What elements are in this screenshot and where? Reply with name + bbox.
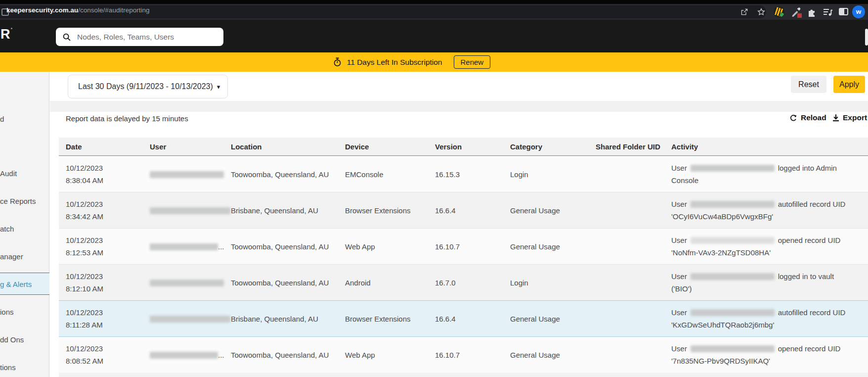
redacted-user-email xyxy=(691,237,775,244)
reload-icon xyxy=(789,114,798,122)
cell-activity: Userautofilled record UID 'KxGDwSeUhdTQR… xyxy=(671,306,847,331)
col-header-version[interactable]: Version xyxy=(435,142,510,151)
col-header-category[interactable]: Category xyxy=(510,142,596,151)
search-icon xyxy=(62,33,71,42)
reload-button[interactable]: Reload xyxy=(789,113,826,122)
cell-user: ... xyxy=(150,351,231,359)
reload-label: Reload xyxy=(801,113,826,122)
audit-report-table: Date User Location Device Version Catego… xyxy=(59,138,868,373)
redacted-user-email xyxy=(150,171,224,178)
cell-category: General Usage xyxy=(510,315,596,323)
sidebar-item-reporting-alerts-selected[interactable]: g & Alerts xyxy=(0,273,49,295)
cell-user: ... xyxy=(150,242,231,251)
apply-button[interactable]: Apply xyxy=(833,76,865,93)
cell-location: Toowoomba, Queensland, AU xyxy=(231,351,345,359)
share-icon[interactable] xyxy=(740,7,749,16)
redacted-user-email xyxy=(150,352,218,359)
profile-avatar[interactable]: w xyxy=(852,5,865,18)
cell-device: Web App xyxy=(345,351,435,359)
table-row[interactable]: 10/12/20238:38:04 AM Toowoomba, Queensla… xyxy=(59,156,868,192)
cell-activity: Userlogged into Admin Console xyxy=(671,162,847,187)
sidebar-item-breachwatch[interactable]: atch xyxy=(0,218,49,240)
cell-device: Browser Extensions xyxy=(345,206,435,215)
cell-device: EMConsole xyxy=(345,170,435,179)
export-label: Export xyxy=(843,113,867,122)
reading-list-icon[interactable] xyxy=(822,6,833,17)
url-text[interactable]: keepersecurity.com.au/console/#auditrepo… xyxy=(6,4,149,17)
cell-category: General Usage xyxy=(510,242,596,251)
col-header-user[interactable]: User xyxy=(150,142,231,151)
sidebar-item-0[interactable]: d xyxy=(0,108,49,130)
console-search-box[interactable] xyxy=(56,28,223,46)
scrollbar-thumb[interactable] xyxy=(865,29,868,46)
cell-category: General Usage xyxy=(510,206,596,215)
side-panel-icon[interactable] xyxy=(839,6,850,17)
cell-activity: Useropened record UID '7n835NG-Pbv9QRDSy… xyxy=(671,342,847,367)
timer-icon xyxy=(333,57,342,67)
bookmark-star-icon[interactable] xyxy=(757,7,766,16)
cell-device: Android xyxy=(345,279,435,287)
cell-date: 10/12/20238:08:52 AM xyxy=(66,342,150,367)
table-header-row: Date User Location Device Version Catego… xyxy=(59,138,868,156)
cell-activity: Userlogged in to vault ('BIO') xyxy=(671,270,847,295)
reset-button[interactable]: Reset xyxy=(791,76,826,93)
date-range-dropdown[interactable]: Last 30 Days (9/11/2023 - 10/13/2023) ▾ xyxy=(68,75,228,98)
table-row-highlighted[interactable]: 10/12/20238:11:28 AM Brisbane, Queenslan… xyxy=(59,300,868,336)
cell-location: Toowoomba, Queensland, AU xyxy=(231,279,345,287)
cell-date: 10/12/20238:34:42 AM xyxy=(66,198,150,223)
keeper-extension-icon[interactable] xyxy=(774,6,784,17)
cell-location: Brisbane, Queensland, AU xyxy=(231,315,345,323)
section-divider xyxy=(50,101,868,112)
browser-toolbar: keepersecurity.com.au/console/#auditrepo… xyxy=(0,4,868,20)
table-row[interactable]: 10/12/20238:12:53 AM ... Toowoomba, Quee… xyxy=(59,228,868,264)
keeper-extension-status-dot xyxy=(780,12,784,17)
col-header-shared-folder-uid[interactable]: Shared Folder UID xyxy=(596,142,671,151)
sidebar-item-manager[interactable]: anager xyxy=(0,246,49,268)
sidebar-item-8[interactable]: tions xyxy=(0,357,49,377)
app-header: R xyxy=(0,20,868,52)
cell-location: Toowoomba, Queensland, AU xyxy=(231,242,345,251)
col-header-date[interactable]: Date xyxy=(66,142,150,151)
sidebar-item-compliance-reports[interactable]: ce Reports xyxy=(0,190,49,212)
report-delay-note: Report data is delayed by 15 minutes xyxy=(66,114,188,123)
table-row[interactable]: 10/12/20238:34:42 AM Brisbane, Queenslan… xyxy=(59,192,868,228)
extensions-puzzle-icon[interactable] xyxy=(806,6,817,17)
redacted-user-email xyxy=(691,345,775,352)
cell-category: General Usage xyxy=(510,351,596,359)
browser-tab-strip xyxy=(0,0,868,4)
redacted-user-email xyxy=(691,165,775,172)
renew-button[interactable]: Renew xyxy=(454,55,491,69)
cell-version: 16.15.3 xyxy=(435,170,510,179)
sidebar-item-add-ons[interactable]: dd Ons xyxy=(0,329,49,351)
cell-location: Toowoomba, Queensland, AU xyxy=(231,170,345,179)
redacted-user-email xyxy=(691,201,775,208)
cell-category: Login xyxy=(510,279,596,287)
col-header-device[interactable]: Device xyxy=(345,142,435,151)
cell-version: 16.6.4 xyxy=(435,315,510,323)
cell-location: Brisbane, Queensland, AU xyxy=(231,206,345,215)
sidebar-item-audit[interactable]: Audit xyxy=(0,163,49,185)
table-row[interactable]: 10/12/20238:08:52 AM ... Toowoomba, Quee… xyxy=(59,336,868,373)
col-header-activity[interactable]: Activity xyxy=(671,142,868,151)
chevron-down-icon: ▾ xyxy=(217,83,220,91)
export-download-icon xyxy=(832,114,840,122)
color-picker-extension-icon[interactable] xyxy=(790,6,801,17)
redacted-user-email xyxy=(150,243,218,250)
cell-version: 16.6.4 xyxy=(435,206,510,215)
export-button[interactable]: Export xyxy=(832,113,867,122)
color-picker-swatch xyxy=(797,13,802,18)
cell-user xyxy=(150,279,231,287)
sidebar-item-6[interactable]: ions xyxy=(0,301,49,323)
redacted-user-email xyxy=(150,316,230,323)
redacted-user-email xyxy=(150,280,224,286)
cell-date: 10/12/20238:11:28 AM xyxy=(66,306,150,331)
col-header-location[interactable]: Location xyxy=(231,142,345,151)
cell-user xyxy=(150,315,231,323)
table-row[interactable]: 10/12/20238:12:10 AM Toowoomba, Queensla… xyxy=(59,264,868,300)
logo-trademark-dot xyxy=(11,28,12,29)
redacted-user-email xyxy=(691,273,775,280)
cell-activity: Userautofilled record UID 'OCyI6VuCw4aBD… xyxy=(671,198,847,223)
search-input[interactable] xyxy=(76,32,217,42)
date-range-label: Last 30 Days (9/11/2023 - 10/13/2023) xyxy=(78,82,213,91)
subscription-banner-text: 11 Days Left In Subscription xyxy=(347,58,442,67)
